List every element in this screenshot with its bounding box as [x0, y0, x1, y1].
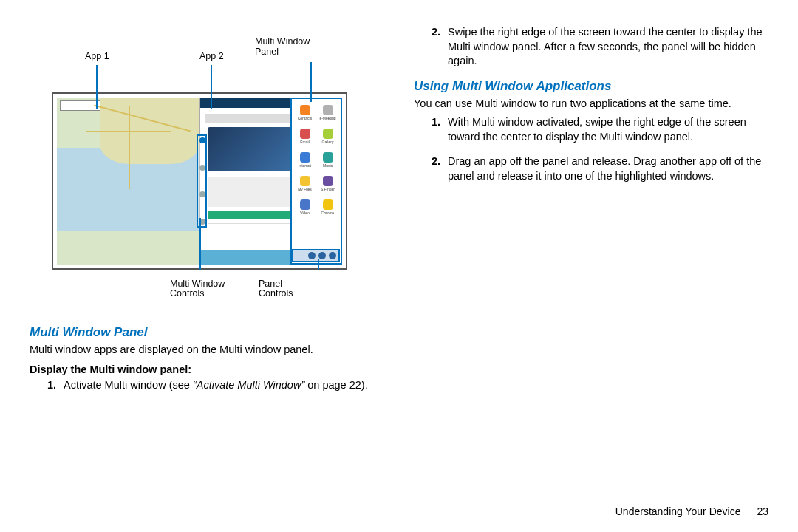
- panel-controls: [291, 249, 340, 262]
- leader-mw-controls: [200, 218, 201, 270]
- app-label: My Files: [298, 187, 312, 191]
- app-label: Gallery: [322, 140, 334, 144]
- multi-window-panel: Contactse-MeetingEmailGalleryInternetMus…: [290, 98, 342, 265]
- panel-app-video: Video: [294, 196, 316, 218]
- app-icon: [323, 129, 333, 139]
- panel-app-my-files: My Files: [294, 172, 316, 194]
- leader-mw-panel: [310, 62, 312, 102]
- app-icon: [300, 105, 310, 115]
- label-app2: App 2: [200, 52, 224, 62]
- panel-app-e-meeting: e-Meeting: [317, 101, 338, 123]
- app-label: Email: [300, 140, 310, 144]
- para-using-mw-desc: You can use Multi window to run two appl…: [414, 97, 768, 112]
- app1-map: [57, 98, 200, 265]
- app-label: Video: [300, 211, 310, 215]
- app-icon: [300, 200, 310, 210]
- para-mw-panel-desc: Multi window apps are displayed on the M…: [30, 343, 384, 358]
- figure-multi-window: App 1 App 2 Multi WindowPanel: [30, 37, 384, 281]
- app-label: Internet: [299, 163, 311, 168]
- app-icon: [323, 176, 333, 186]
- step-swipe-open-panel: With Multi window activated, swipe the r…: [443, 115, 768, 144]
- ref-activate-mw: “Activate Multi Window”: [193, 379, 304, 391]
- panel-app-chrome: Chrome: [317, 196, 338, 218]
- panel-app-contacts: Contacts: [294, 101, 316, 123]
- right-column: Swipe the right edge of the screen towar…: [399, 22, 768, 495]
- step-activate-mw: Activate Multi window (see “Activate Mul…: [59, 378, 384, 393]
- app-label: Music: [323, 163, 332, 168]
- panel-app-gallery: Gallery: [317, 125, 338, 147]
- steps-using-mw: With Multi window activated, swipe the r…: [414, 115, 768, 183]
- step-swipe-right-edge: Swipe the right edge of the screen towar…: [443, 25, 768, 69]
- manual-page: App 1 App 2 Multi WindowPanel: [0, 0, 798, 532]
- multi-window-controls: [197, 134, 207, 228]
- app-icon: [300, 176, 310, 186]
- panel-control-icon: [318, 252, 326, 259]
- leader-app1: [96, 65, 98, 109]
- app-icon: [323, 105, 333, 115]
- step-drag-apps: Drag an app off the panel and release. D…: [443, 154, 768, 183]
- footer-page-number: 23: [757, 505, 768, 517]
- steps-display-panel-cont: Swipe the right edge of the screen towar…: [414, 25, 768, 69]
- label-mw-controls: Multi WindowControls: [170, 279, 225, 300]
- panel-control-icon: [329, 252, 336, 259]
- app-label: e-Meeting: [319, 116, 335, 120]
- app-icon: [323, 200, 333, 210]
- app-icon: [300, 129, 310, 139]
- leader-panel-controls: [318, 259, 319, 270]
- panel-app-music: Music: [317, 149, 338, 171]
- panel-app-internet: Internet: [294, 149, 316, 171]
- footer-section: Understanding Your Device: [615, 505, 741, 517]
- label-app1: App 1: [85, 52, 109, 62]
- panel-app-email: Email: [294, 125, 316, 147]
- app-label: Chrome: [321, 211, 335, 215]
- steps-display-panel: Activate Multi window (see “Activate Mul…: [30, 378, 384, 393]
- app-icon: [323, 152, 333, 163]
- app-icon: [300, 152, 310, 163]
- panel-app-s-finder: S Finder: [317, 172, 338, 194]
- label-mw-panel: Multi WindowPanel: [255, 37, 310, 58]
- heading-multi-window-panel: Multi Window Panel: [30, 325, 384, 340]
- app-label: S Finder: [321, 187, 335, 191]
- app-label: Contacts: [298, 116, 313, 120]
- heading-using-mw-apps: Using Multi Window Applications: [414, 79, 768, 94]
- panel-control-icon: [308, 252, 316, 259]
- subhead-display-panel: Display the Multi window panel:: [30, 364, 384, 375]
- leader-app2: [211, 65, 212, 109]
- label-panel-controls: PanelControls: [259, 279, 293, 300]
- left-column: App 1 App 2 Multi WindowPanel: [30, 22, 399, 495]
- page-footer: Understanding Your Device 23: [615, 505, 768, 517]
